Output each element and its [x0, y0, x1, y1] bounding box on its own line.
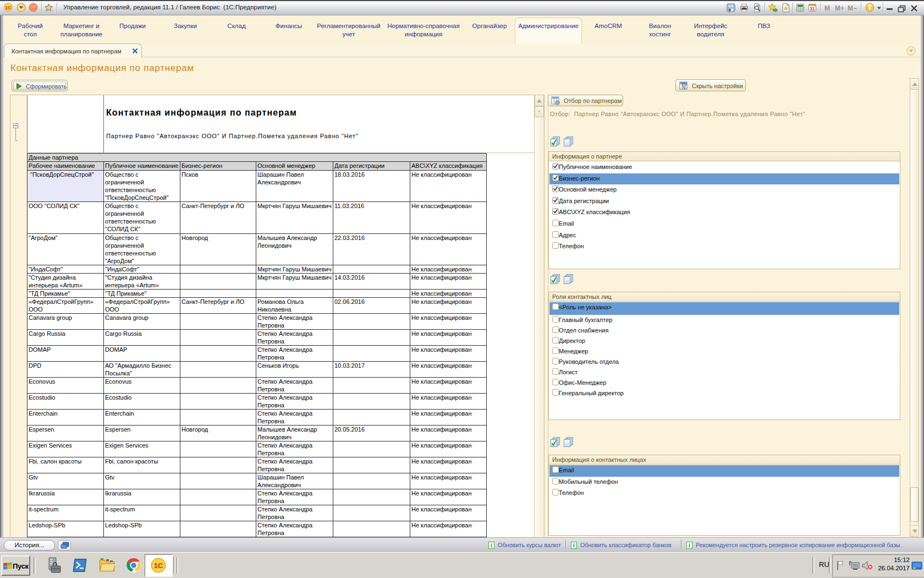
svg-text:31: 31	[810, 6, 815, 12]
svg-text:1С: 1С	[5, 5, 12, 10]
svg-text:1С: 1С	[154, 561, 163, 570]
